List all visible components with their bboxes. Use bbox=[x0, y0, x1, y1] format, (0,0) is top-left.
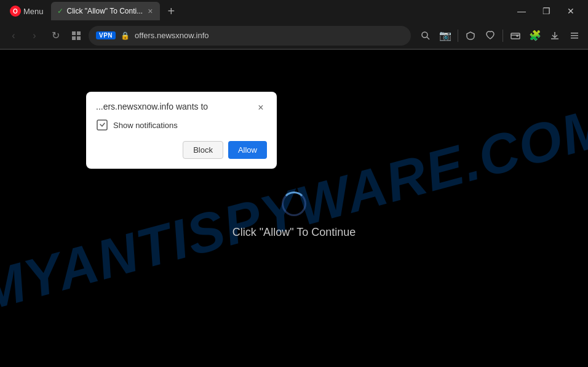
active-tab[interactable]: ✓ Click "Allow" To Conti... × bbox=[51, 2, 161, 20]
heart-button[interactable] bbox=[482, 27, 499, 44]
click-instruction: Click "Allow" To Continue bbox=[232, 226, 356, 239]
grid-button[interactable] bbox=[68, 27, 85, 44]
svg-rect-8 bbox=[571, 35, 578, 36]
window-controls: — ❐ ✕ bbox=[509, 0, 583, 22]
tab-check-icon: ✓ bbox=[57, 7, 63, 15]
lock-icon: 🔒 bbox=[121, 31, 130, 40]
tab-bar: O Menu ✓ Click "Allow" To Conti... × + —… bbox=[0, 0, 588, 22]
svg-rect-3 bbox=[77, 36, 81, 40]
notification-icon bbox=[96, 119, 108, 131]
popup-permission-row: Show notifications bbox=[96, 119, 267, 131]
svg-point-4 bbox=[422, 32, 427, 38]
url-display: offers.newsxnow.info bbox=[135, 31, 403, 40]
divider bbox=[458, 30, 458, 42]
toolbar-icons: 📷 🧩 bbox=[417, 27, 583, 44]
shield-button[interactable] bbox=[462, 27, 479, 44]
popup-buttons: Block Allow bbox=[96, 141, 267, 159]
extension-button[interactable]: 🧩 bbox=[526, 27, 544, 44]
permission-text: Show notifications bbox=[113, 121, 178, 130]
svg-rect-1 bbox=[77, 31, 81, 35]
tab-title: Click "Allow" To Conti... bbox=[67, 7, 143, 15]
notification-popup: ...ers.newsxnow.info wants to × Show not… bbox=[86, 92, 277, 169]
svg-rect-6 bbox=[511, 33, 520, 39]
opera-logo: O bbox=[10, 6, 21, 17]
refresh-button[interactable]: ↻ bbox=[47, 27, 64, 44]
address-bar: ‹ › ↻ VPN 🔒 offers.newsxnow.info 📷 bbox=[0, 22, 588, 49]
page-content: MYANTISPYWARE.COM Click "Allow" To Conti… bbox=[0, 50, 588, 367]
maximize-button[interactable]: ❐ bbox=[534, 0, 558, 22]
camera-button[interactable]: 📷 bbox=[437, 27, 454, 44]
popup-close-button[interactable]: × bbox=[255, 102, 267, 114]
back-button[interactable]: ‹ bbox=[5, 27, 22, 44]
address-input[interactable]: VPN 🔒 offers.newsxnow.info bbox=[89, 26, 411, 46]
loading-spinner bbox=[282, 192, 306, 216]
svg-line-5 bbox=[427, 37, 429, 39]
search-button[interactable] bbox=[417, 27, 434, 44]
page-center: Click "Allow" To Continue bbox=[232, 192, 356, 239]
opera-menu[interactable]: O Menu bbox=[5, 3, 49, 19]
new-tab-button[interactable]: + bbox=[162, 2, 180, 20]
menu-label: Menu bbox=[23, 7, 44, 16]
wallet-button[interactable] bbox=[507, 27, 524, 44]
popup-header: ...ers.newsxnow.info wants to × bbox=[96, 102, 267, 114]
svg-rect-7 bbox=[571, 33, 578, 34]
popup-title: ...ers.newsxnow.info wants to bbox=[96, 102, 255, 111]
vpn-badge: VPN bbox=[96, 31, 116, 39]
download-button[interactable] bbox=[546, 27, 563, 44]
svg-rect-9 bbox=[571, 38, 578, 39]
menu-button[interactable] bbox=[566, 27, 583, 44]
divider2 bbox=[503, 30, 503, 42]
tab-close-button[interactable]: × bbox=[146, 6, 154, 16]
svg-rect-0 bbox=[72, 31, 76, 35]
block-button[interactable]: Block bbox=[183, 141, 223, 159]
svg-rect-2 bbox=[72, 36, 76, 40]
browser-chrome: O Menu ✓ Click "Allow" To Conti... × + —… bbox=[0, 0, 588, 50]
close-button[interactable]: ✕ bbox=[558, 0, 583, 22]
forward-button[interactable]: › bbox=[26, 27, 43, 44]
minimize-button[interactable]: — bbox=[509, 0, 534, 22]
allow-button[interactable]: Allow bbox=[228, 141, 267, 159]
svg-rect-10 bbox=[97, 120, 107, 130]
